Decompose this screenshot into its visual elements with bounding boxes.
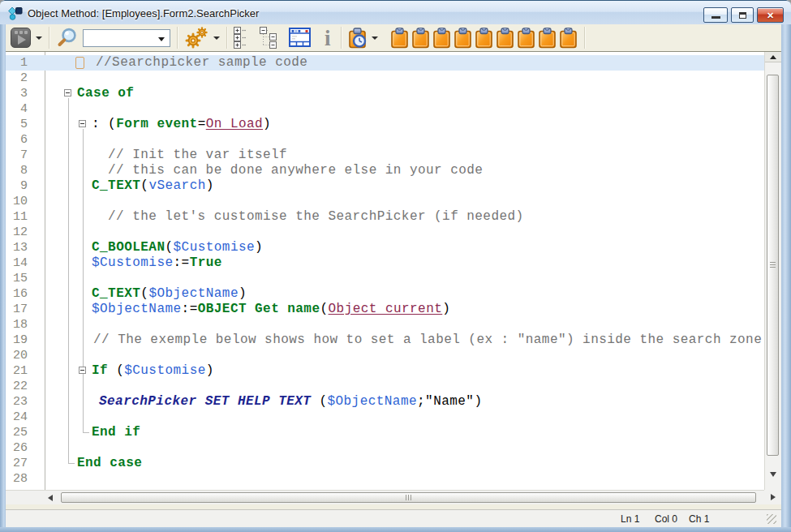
maximize-icon bbox=[739, 12, 746, 19]
split-arrow-icon bbox=[770, 55, 776, 59]
info-icon: i bbox=[321, 28, 334, 49]
close-button[interactable]: ✕ bbox=[757, 7, 784, 23]
line-number: 25 bbox=[6, 425, 28, 440]
clipboard-icon bbox=[454, 28, 471, 49]
indent-guide-bend bbox=[68, 463, 75, 464]
toolbar-separator bbox=[177, 27, 178, 49]
show-form-button[interactable] bbox=[289, 28, 311, 48]
run-icon bbox=[11, 28, 31, 48]
search-input[interactable] bbox=[85, 31, 157, 45]
code-line[interactable]: //Searchpicker sample code bbox=[96, 55, 307, 71]
split-pane-handle[interactable] bbox=[765, 52, 782, 62]
clipboard-button[interactable] bbox=[497, 28, 514, 49]
maximize-button[interactable] bbox=[731, 7, 754, 23]
line-number: 28 bbox=[6, 471, 28, 487]
clipboard-icon bbox=[518, 28, 535, 49]
code-editor[interactable]: 1//Searchpicker sample code23Case of45: … bbox=[6, 52, 764, 490]
vertical-scrollbar[interactable] bbox=[764, 52, 781, 490]
code-line[interactable]: Case of bbox=[77, 86, 134, 101]
code-line[interactable]: If ($Customise) bbox=[92, 363, 214, 379]
clipboard-button[interactable] bbox=[475, 28, 492, 49]
line-number: 5 bbox=[6, 117, 28, 132]
code-line[interactable]: // The exemple below shows how to set a … bbox=[93, 332, 762, 348]
line-number: 14 bbox=[6, 255, 28, 271]
scrollbar-corner[interactable] bbox=[764, 490, 781, 504]
fold-collapse-icon[interactable] bbox=[79, 120, 86, 127]
scrollbar-grip bbox=[770, 262, 776, 268]
method-editor-window: Object Method: [Employees].Form2.SearchP… bbox=[0, 0, 791, 532]
vertical-scrollbar-thumb[interactable] bbox=[767, 75, 779, 456]
code-line[interactable]: : (Form event=On Load) bbox=[92, 117, 271, 132]
collapse-tree-icon bbox=[259, 27, 278, 49]
fold-collapse-icon[interactable] bbox=[64, 89, 71, 97]
line-number: 23 bbox=[6, 394, 28, 410]
collapse-all-button[interactable] bbox=[259, 27, 278, 49]
code-line[interactable]: $Customise:=True bbox=[92, 255, 222, 271]
combo-dropdown-arrow[interactable] bbox=[158, 37, 165, 41]
fold-collapse-icon[interactable] bbox=[79, 367, 86, 374]
horizontal-scrollbar-thumb[interactable] bbox=[61, 492, 756, 503]
clipboard-button[interactable] bbox=[539, 28, 556, 49]
clipboard-buttons bbox=[389, 28, 579, 49]
scroll-down-arrow[interactable] bbox=[770, 472, 776, 477]
clipboard-history-button[interactable] bbox=[348, 28, 367, 49]
magnifier-icon bbox=[56, 27, 78, 49]
line-number: 9 bbox=[6, 178, 28, 194]
window-title: Object Method: [Employees].Form2.SearchP… bbox=[28, 1, 259, 25]
scrollbar-grip bbox=[406, 495, 411, 500]
clipboard-icon bbox=[475, 28, 492, 49]
gears-icon bbox=[184, 27, 208, 49]
clipboard-button[interactable] bbox=[391, 28, 408, 49]
window-border-bottom bbox=[0, 527, 791, 532]
macros-button[interactable] bbox=[184, 27, 208, 49]
clipboard-button[interactable] bbox=[433, 28, 450, 49]
clipboard-button[interactable] bbox=[454, 28, 471, 49]
clipboard-button[interactable] bbox=[560, 28, 577, 49]
form-window-icon bbox=[289, 28, 311, 48]
code-line[interactable]: // the let's customise the SearchPicker … bbox=[108, 209, 524, 225]
code-line[interactable]: // Init the var itself bbox=[108, 148, 287, 163]
scroll-right-arrow[interactable] bbox=[771, 494, 776, 500]
clipboard-history-dropdown-arrow[interactable] bbox=[372, 36, 378, 40]
resize-grip[interactable] bbox=[767, 514, 776, 524]
code-line[interactable]: C_TEXT(vSearch) bbox=[92, 178, 214, 194]
line-number: 17 bbox=[6, 302, 28, 317]
clipboard-icon bbox=[539, 28, 556, 49]
titlebar[interactable]: Object Method: [Employees].Form2.SearchP… bbox=[0, 0, 791, 24]
clipboard-icon bbox=[497, 28, 514, 49]
code-line[interactable]: // this can be done anywhere else in you… bbox=[108, 163, 483, 178]
window-border-left bbox=[0, 24, 6, 527]
line-number: 7 bbox=[6, 148, 28, 163]
search-combobox[interactable] bbox=[83, 29, 170, 47]
expand-all-button[interactable] bbox=[234, 27, 248, 49]
code-line[interactable]: End case bbox=[77, 456, 142, 471]
line-number: 22 bbox=[6, 379, 28, 394]
line-number: 2 bbox=[6, 71, 28, 86]
line-number: 13 bbox=[6, 240, 28, 255]
macros-dropdown-arrow[interactable] bbox=[213, 36, 220, 40]
line-number: 3 bbox=[6, 86, 28, 101]
line-number: 26 bbox=[6, 440, 28, 456]
clipboard-clock-icon bbox=[348, 28, 367, 49]
clipboard-icon bbox=[391, 28, 408, 49]
execute-method-button[interactable] bbox=[11, 28, 31, 48]
scroll-left-arrow[interactable] bbox=[48, 495, 53, 501]
minimize-button[interactable] bbox=[703, 7, 728, 23]
code-line[interactable]: SearchPicker SET HELP TEXT ($ObjectName;… bbox=[99, 394, 482, 410]
code-line[interactable]: End if bbox=[92, 425, 140, 440]
code-line[interactable]: C_TEXT($ObjectName) bbox=[92, 286, 247, 302]
line-number: 18 bbox=[6, 317, 28, 332]
clipboard-button[interactable] bbox=[518, 28, 535, 49]
line-number: 11 bbox=[6, 209, 28, 225]
code-line[interactable]: $ObjectName:=OBJECT Get name(Object curr… bbox=[92, 302, 450, 317]
code-line[interactable]: C_BOOLEAN($Customise) bbox=[92, 240, 263, 255]
information-button[interactable]: i bbox=[321, 28, 334, 49]
clipboard-icon bbox=[433, 28, 450, 49]
expand-tree-icon bbox=[234, 27, 248, 49]
window-border-right bbox=[781, 24, 791, 527]
indent-guide bbox=[68, 98, 69, 463]
line-number: 8 bbox=[6, 163, 28, 178]
execute-dropdown-arrow[interactable] bbox=[36, 36, 42, 40]
horizontal-scrollbar[interactable] bbox=[6, 490, 764, 504]
clipboard-button[interactable] bbox=[412, 28, 429, 49]
